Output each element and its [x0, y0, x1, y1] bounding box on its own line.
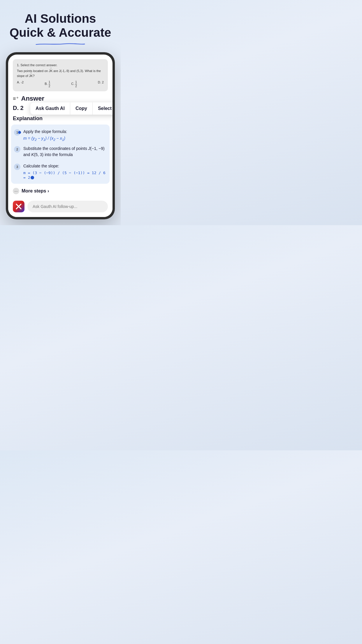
step-1: 1 Apply the slope formula: m = (y2 − y1)… — [14, 129, 106, 141]
option-d: D. 2 — [98, 80, 104, 88]
step-3-formula: m = (3 − (−9)) / (5 − (−1)) = 12 / 6 = 2 — [23, 170, 106, 180]
question-body: Two points located on JK are J(-1,-9) an… — [17, 69, 104, 78]
step-3: 3 Calculate the slope: m = (3 − (−9)) / … — [14, 163, 106, 180]
question-text: 1. Select the correct answer. Two points… — [17, 63, 104, 78]
step-1-content: Apply the slope formula: m = (y2 − y1) /… — [23, 129, 106, 141]
underline-decoration — [22, 41, 98, 43]
question-area: 1. Select the correct answer. Two points… — [13, 59, 108, 92]
step-3-content: Calculate the slope: m = (3 − (−9)) / (5… — [23, 163, 106, 180]
step-number-3: 3 — [14, 164, 20, 170]
answer-value: D. 2 — [13, 105, 24, 111]
question-label: 1. Select the correct answer. — [17, 63, 104, 68]
hero-line2: Quick & Accurate — [10, 26, 111, 40]
option-b: B. 12 — [45, 80, 50, 88]
step-1-formula: m = (y2 − y1) / (x2 − x1) — [23, 136, 106, 141]
question-options: A. -2 B. 12 C. 12 D. 2 — [17, 80, 104, 88]
vector-jk-1: JK — [49, 69, 52, 74]
step-2: 2 Substitute the coordinates of points J… — [14, 146, 106, 159]
phone-frame: 1. Select the correct answer. Two points… — [6, 52, 115, 219]
step-3-text: Calculate the slope: — [23, 163, 106, 169]
ask-gauth-ai-button[interactable]: Ask Gauth AI — [30, 102, 70, 115]
bottom-bar — [8, 197, 113, 217]
step-1-text: Apply the slope formula: — [23, 129, 106, 135]
step-2-text: Substitute the coordinates of points J(−… — [23, 146, 106, 158]
answer-header: ≡⁺ Answer — [13, 95, 108, 102]
answer-icon: ≡⁺ — [13, 95, 19, 102]
more-steps-button[interactable]: ··· More steps › — [8, 184, 113, 197]
answer-label: Answer — [21, 95, 44, 102]
context-menu: Ask Gauth AI Copy Select all — [30, 102, 113, 115]
hero-line1: AI Solutions — [10, 12, 111, 26]
explanation-label: Explanation — [8, 116, 113, 122]
hero-section: AI Solutions Quick & Accurate — [10, 12, 111, 43]
answer-section: ≡⁺ Answer D. 2 Ask Gauth AI Copy Select … — [8, 95, 113, 111]
gauth-logo — [13, 201, 24, 212]
option-c: C. 12 — [71, 80, 77, 88]
phone-screen: 1. Select the correct answer. Two points… — [8, 55, 113, 217]
option-a: A. -2 — [17, 80, 24, 88]
answer-row: D. 2 Ask Gauth AI Copy Select all — [13, 105, 108, 111]
step-number-2: 2 — [14, 146, 20, 153]
vector-jk-2: JK — [29, 74, 33, 78]
step-2-content: Substitute the coordinates of points J(−… — [23, 146, 106, 159]
cursor-dot — [31, 176, 34, 179]
more-steps-icon: ··· — [13, 188, 19, 194]
copy-button[interactable]: Copy — [70, 102, 93, 115]
steps-container: 1 Apply the slope formula: m = (y2 − y1)… — [11, 125, 110, 184]
follow-up-input[interactable] — [27, 201, 108, 212]
select-all-button[interactable]: Select all — [93, 102, 113, 115]
more-steps-label: More steps › — [22, 188, 49, 194]
